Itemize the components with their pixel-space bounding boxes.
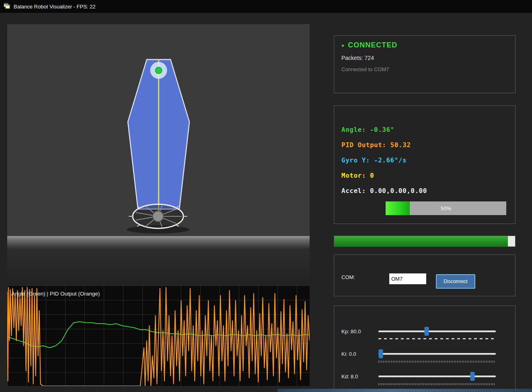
motor-readout: Motor: 0 (341, 172, 508, 180)
chart-series-pid-output (7, 287, 310, 386)
pid-tuning-panel: Kp: 80.0 Ki: 0.0 Kd: 8.0 (334, 306, 516, 392)
ki-slider[interactable] (378, 349, 496, 365)
kp-slider-ticks (378, 338, 496, 339)
head-marker (156, 67, 162, 74)
wheel-hub (153, 211, 163, 222)
ki-slider-row: Ki: 0.0 (334, 346, 515, 365)
status-dot-icon: ● (341, 43, 344, 48)
telemetry-chart: Angle (Green) | PID Output (Orange) (7, 285, 310, 386)
chart-legend-label: Angle (Green) | PID Output (Orange) (11, 291, 100, 297)
kp-slider-track[interactable] (378, 330, 496, 332)
app-icon (4, 2, 10, 10)
telemetry-panel: Angle: -0.36° PID Output: 50.32 Gyro Y: … (334, 105, 516, 224)
ki-label: Ki: 0.0 (341, 351, 356, 357)
packet-progress-bar (334, 236, 516, 247)
kd-slider[interactable] (378, 371, 496, 388)
accel-readout: Accel: 0.00,0.00,0.00 (341, 187, 508, 195)
kd-slider-thumb[interactable] (470, 372, 474, 381)
com-label: COM: (341, 274, 355, 280)
packets-count: Packets: 724 (341, 55, 508, 61)
connection-detail: Connected to COM7 (341, 66, 508, 72)
window-bottom-edge (277, 389, 532, 392)
kd-label: Kd: 8.0 (341, 374, 358, 380)
pid-output-readout: PID Output: 50.32 (341, 141, 508, 149)
robot-view-panel (7, 24, 310, 281)
ki-slider-ticks (378, 361, 496, 363)
connection-status-panel: ● CONNECTED Packets: 724 Connected to CO… (334, 35, 516, 93)
kp-slider-thumb[interactable] (424, 327, 429, 336)
main-progress-fill (334, 236, 508, 246)
kd-slider-track[interactable] (378, 376, 496, 377)
floor (7, 236, 310, 250)
kp-slider-row: Kp: 80.0 (334, 324, 515, 343)
winforms-icon (4, 2, 10, 9)
window-title: Balance Robot Visualizer - FPS: 22 (14, 4, 96, 10)
balance-progress-bar: 50% (386, 201, 506, 215)
kd-slider-ticks (378, 383, 496, 385)
ki-slider-track[interactable] (378, 353, 496, 355)
angle-readout: Angle: -0.36° (341, 126, 508, 134)
kp-slider[interactable] (378, 326, 496, 343)
kd-slider-row: Kd: 8.0 (334, 369, 515, 388)
below-floor (7, 250, 310, 281)
kp-label: Kp: 80.0 (341, 328, 361, 335)
title-bar: Balance Robot Visualizer - FPS: 22 (0, 0, 532, 13)
connection-status: CONNECTED (348, 41, 397, 49)
disconnect-button[interactable]: Disconnect (436, 274, 475, 289)
com-panel: COM: Disconnect (334, 254, 516, 296)
balance-progress-label: 50% (386, 205, 506, 211)
gyro-readout: Gyro Y: -2.66°/s (341, 156, 508, 164)
com-port-input[interactable] (389, 273, 426, 284)
ki-slider-thumb[interactable] (378, 349, 383, 358)
